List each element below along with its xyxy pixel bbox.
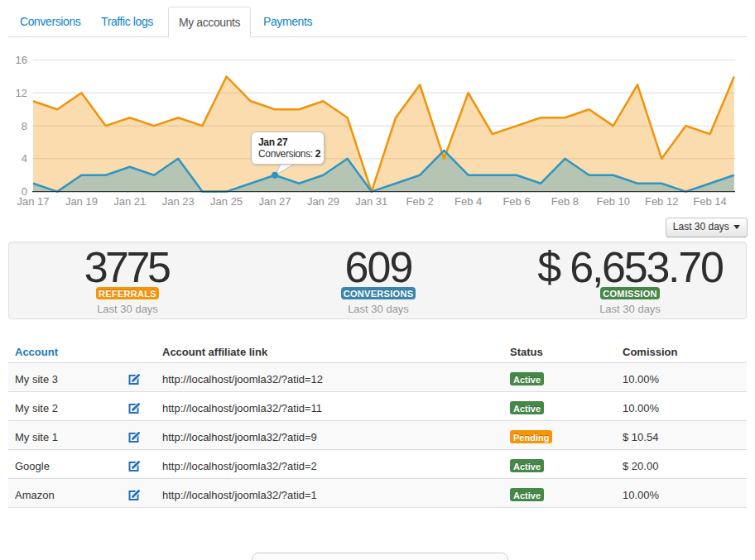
svg-text:Jan 21: Jan 21 [113, 195, 146, 208]
svg-text:Jan 23: Jan 23 [162, 195, 195, 208]
svg-text:Jan 19: Jan 19 [65, 195, 98, 208]
svg-text:8: 8 [22, 120, 27, 132]
svg-text:Jan 27: Jan 27 [258, 195, 291, 208]
svg-text:Feb 12: Feb 12 [645, 195, 678, 208]
svg-text:Jan 31: Jan 31 [355, 195, 387, 208]
svg-text:Jan 29: Jan 29 [307, 195, 339, 208]
svg-text:Feb 2: Feb 2 [406, 195, 434, 208]
svg-text:Feb 6: Feb 6 [503, 195, 530, 208]
svg-text:16: 16 [16, 54, 27, 66]
svg-text:Jan 17: Jan 17 [17, 195, 49, 208]
svg-text:Feb 4: Feb 4 [454, 195, 482, 208]
svg-text:Jan 25: Jan 25 [210, 195, 243, 208]
svg-text:Feb 10: Feb 10 [597, 195, 630, 208]
svg-text:12: 12 [16, 87, 27, 99]
svg-text:Feb 8: Feb 8 [551, 195, 579, 208]
svg-text:Feb 14: Feb 14 [693, 195, 726, 208]
svg-text:4: 4 [22, 152, 27, 165]
